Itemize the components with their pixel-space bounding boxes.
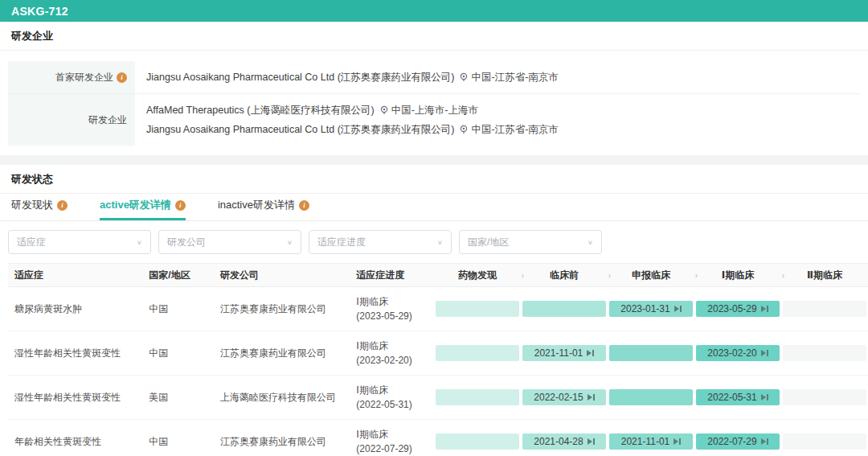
chevron-down-icon: ∨	[437, 239, 443, 246]
table-row: 湿性年龄相关性黄斑变性中国江苏奥赛康药业有限公司Ⅰ期临床(2023-02-20)…	[8, 331, 868, 376]
company-line: AffaMed Therapeutics (上海蔼睦医疗科技有限公司)中国-上海…	[146, 101, 860, 120]
stage-bar	[783, 389, 866, 405]
cell-country: 美国	[149, 391, 220, 405]
stage-bar	[436, 433, 519, 450]
company-line: Jiangsu Aosaikang Pharmaceutical Co Ltd …	[146, 120, 860, 139]
stage-cell	[434, 433, 521, 450]
fast-forward-icon	[761, 306, 768, 312]
col-country: 国家/地区	[149, 269, 220, 282]
table-header: 适应症 国家/地区 研发公司 适应症进度 药物发现›临床前›申报临床›Ⅰ期临床›…	[8, 263, 868, 287]
stage-column-header: 临床前›	[521, 269, 608, 282]
stage-header-label: 临床前	[550, 269, 579, 282]
progress-date: (2022-05-31)	[356, 397, 434, 412]
stage-date: 2021-11-01	[621, 436, 670, 447]
cell-indication: 年龄相关性黄斑变性	[8, 435, 149, 449]
fast-forward-icon	[761, 394, 768, 401]
fast-forward-icon	[761, 438, 768, 445]
table-row: 糖尿病黄斑水肿中国江苏奥赛康药业有限公司Ⅰ期临床(2023-05-29)2023…	[8, 287, 868, 331]
cell-company: 江苏奥赛康药业有限公司	[220, 302, 356, 316]
stage-date: 2022-05-31	[707, 392, 756, 403]
stage-cell	[521, 301, 608, 317]
location-pin-icon	[459, 72, 469, 82]
stage-cell	[434, 389, 521, 405]
company-row-label: 研发企业	[8, 93, 135, 146]
stage-column-header: Ⅰ期临床›	[694, 269, 781, 282]
info-icon[interactable]	[117, 72, 127, 83]
stage-cell	[781, 389, 868, 405]
stage-date: 2023-02-20	[707, 347, 756, 359]
stage-date-chip[interactable]: 2023-02-20	[696, 345, 780, 361]
stage-date-chip[interactable]: 2021-11-01	[609, 433, 693, 450]
col-progress: 适应症进度	[356, 268, 434, 282]
company-label-text: 首家研发企业	[55, 71, 113, 84]
filter-bar: 适应症 ∨ 研发公司 ∨ 适应症进度 ∨ 国家/地区 ∨	[0, 221, 868, 263]
stage-date: 2022-07-29	[707, 436, 756, 447]
filter-country[interactable]: 国家/地区 ∨	[459, 230, 602, 254]
filter-indication[interactable]: 适应症 ∨	[8, 230, 151, 254]
stage-cell: 2023-05-29	[694, 301, 781, 317]
col-company: 研发公司	[220, 269, 356, 282]
tab-active-details[interactable]: active研发详情	[100, 194, 186, 220]
progress-date: (2022-07-29)	[356, 442, 434, 456]
fast-forward-icon	[761, 350, 768, 356]
stage-cell: 2023-01-31	[608, 301, 694, 317]
company-location: 中国-江苏省-南京市	[459, 68, 558, 87]
stage-bar	[436, 345, 519, 361]
progress-phase: Ⅰ期临床	[356, 383, 434, 397]
info-icon[interactable]	[57, 200, 68, 211]
stage-bars: 2021-11-012023-02-20	[434, 345, 868, 361]
stage-cell	[434, 301, 521, 317]
stage-date-chip[interactable]: 2022-05-31	[696, 389, 780, 405]
stage-date-chip[interactable]: 2023-01-31	[609, 301, 693, 317]
stage-cell: 2023-02-20	[694, 345, 781, 361]
stage-bar	[783, 345, 866, 361]
cell-company: 江苏奥赛康药业有限公司	[220, 347, 356, 360]
status-tabs: 研发现状 active研发详情 inactive研发详情	[0, 194, 868, 221]
cell-progress: Ⅰ期临床(2022-07-29)	[356, 427, 434, 456]
chevron-down-icon: ∨	[287, 239, 293, 246]
company-line: Jiangsu Aosaikang Pharmaceutical Co Ltd …	[146, 68, 860, 87]
table-row: 湿性年龄相关性黄斑变性美国上海蔼睦医疗科技有限公司Ⅰ期临床(2022-05-31…	[8, 376, 868, 420]
company-row: 首家研发企业Jiangsu Aosaikang Pharmaceutical C…	[8, 61, 860, 93]
stage-cell	[781, 301, 868, 317]
stage-date-chip[interactable]: 2022-07-29	[696, 433, 780, 450]
indication-table: 适应症 国家/地区 研发公司 适应症进度 药物发现›临床前›申报临床›Ⅰ期临床›…	[8, 263, 868, 456]
stage-header-label: 药物发现	[458, 269, 497, 282]
stage-date-chip[interactable]: 2021-04-28	[522, 433, 606, 450]
stage-date-chip[interactable]: 2021-11-01	[522, 345, 606, 361]
cell-progress: Ⅰ期临床(2023-02-20)	[356, 339, 434, 368]
stage-date-chip[interactable]: 2022-02-15	[522, 389, 606, 405]
stage-bar	[609, 345, 693, 361]
filter-company[interactable]: 研发公司 ∨	[158, 230, 301, 254]
company-location: 中国-江苏省-南京市	[459, 120, 558, 139]
info-icon[interactable]	[299, 200, 309, 211]
company-name: Jiangsu Aosaikang Pharmaceutical Co Ltd …	[146, 120, 454, 139]
cell-indication: 湿性年龄相关性黄斑变性	[8, 391, 149, 405]
stage-date: 2023-05-29	[707, 303, 756, 314]
stage-header-label: Ⅱ期临床	[807, 269, 842, 282]
filter-progress[interactable]: 适应症进度 ∨	[309, 230, 452, 254]
stage-bar	[609, 389, 693, 405]
stage-column-header: 申报临床›	[608, 269, 694, 282]
progress-date: (2023-02-20)	[356, 353, 434, 368]
cell-progress: Ⅰ期临床(2023-05-29)	[356, 294, 434, 323]
info-icon[interactable]	[175, 200, 186, 211]
progress-date: (2023-05-29)	[356, 309, 434, 323]
stage-date: 2021-11-01	[534, 347, 583, 359]
filter-placeholder: 国家/地区	[468, 236, 509, 249]
status-section-title: 研发状态	[0, 165, 868, 194]
stage-bars: 2021-04-282021-11-012022-07-29	[434, 433, 868, 450]
stage-bars: 2023-01-312023-05-29	[434, 301, 868, 317]
tab-rd-current[interactable]: 研发现状	[11, 194, 68, 220]
stage-bar	[522, 301, 606, 317]
chevron-down-icon: ∨	[137, 239, 142, 246]
filter-placeholder: 适应症进度	[317, 236, 366, 249]
tab-inactive-details[interactable]: inactive研发详情	[218, 194, 309, 220]
stage-date: 2021-04-28	[534, 436, 583, 447]
stage-date-chip[interactable]: 2023-05-29	[696, 301, 780, 317]
tab-label: 研发现状	[11, 198, 53, 212]
stage-bar	[436, 389, 519, 405]
location-text: 中国-江苏省-南京市	[471, 120, 558, 139]
tab-label: active研发详情	[100, 198, 171, 212]
location-pin-icon	[459, 125, 469, 134]
